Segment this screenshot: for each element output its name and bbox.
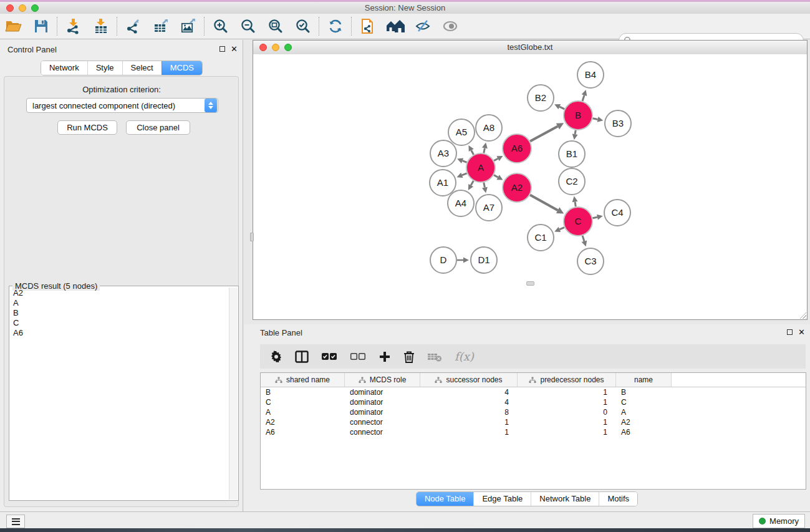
edge-A-A6[interactable] bbox=[494, 158, 498, 160]
close-network-window-button[interactable] bbox=[259, 44, 267, 51]
table-cell[interactable]: B bbox=[616, 388, 672, 397]
open-file-icon[interactable] bbox=[0, 16, 27, 37]
table-row[interactable]: Cdominator41C bbox=[261, 397, 806, 407]
table-row[interactable]: A6connector11A6 bbox=[261, 427, 806, 437]
node-table[interactable]: shared nameMCDS rolesuccessor nodesprede… bbox=[260, 372, 806, 490]
task-history-button[interactable] bbox=[6, 515, 25, 528]
table-cell[interactable]: dominator bbox=[345, 398, 420, 407]
refresh-layout-icon[interactable] bbox=[322, 16, 349, 37]
edge-A-A7[interactable] bbox=[484, 183, 485, 188]
network-graph[interactable]: B4B2BB3A8A5A6A3B1AC2A1A2A4A7C4CC1DD1C3 bbox=[253, 54, 807, 319]
graph-node-A7[interactable]: A7 bbox=[476, 195, 502, 221]
edge-B-B3[interactable] bbox=[593, 118, 598, 120]
result-list-scrollbar[interactable] bbox=[229, 288, 238, 500]
zoom-fit-icon[interactable] bbox=[262, 16, 289, 37]
zoom-in-icon[interactable] bbox=[207, 16, 234, 37]
edge-A-A3[interactable] bbox=[463, 161, 467, 163]
graph-node-B[interactable]: B bbox=[564, 101, 592, 130]
table-row[interactable]: Adominator80A bbox=[261, 407, 806, 417]
export-network-icon[interactable] bbox=[120, 16, 147, 37]
edge-B-B1[interactable] bbox=[575, 130, 576, 135]
table-row[interactable]: Bdominator41B bbox=[261, 387, 806, 397]
column-header-shared-name[interactable]: shared name bbox=[261, 373, 345, 387]
zoom-network-window-button[interactable] bbox=[284, 44, 292, 51]
graph-node-A8[interactable]: A8 bbox=[476, 115, 502, 141]
graph-node-B1[interactable]: B1 bbox=[559, 141, 585, 167]
mcds-result-list[interactable]: A2ABCA6 bbox=[10, 288, 229, 500]
graph-node-D1[interactable]: D1 bbox=[471, 247, 497, 273]
graph-node-A5[interactable]: A5 bbox=[448, 119, 475, 145]
network-canvas[interactable]: B4B2BB3A8A5A6A3B1AC2A1A2A4A7C4CC1DD1C3 bbox=[253, 54, 807, 319]
delete-table-icon[interactable] bbox=[427, 352, 442, 362]
tab-select[interactable]: Select bbox=[122, 61, 162, 75]
table-cell[interactable]: 1 bbox=[518, 418, 616, 427]
float-panel-icon[interactable] bbox=[787, 329, 793, 335]
table-row[interactable]: A2connector11A2 bbox=[261, 417, 806, 427]
table-cell[interactable]: 1 bbox=[420, 418, 518, 427]
graph-node-C2[interactable]: C2 bbox=[559, 168, 585, 195]
save-session-icon[interactable] bbox=[27, 16, 55, 37]
split-panel-icon[interactable] bbox=[295, 351, 309, 363]
edge-A-A8[interactable] bbox=[484, 148, 485, 153]
tab-style[interactable]: Style bbox=[87, 61, 122, 75]
table-cell[interactable]: C bbox=[616, 398, 672, 407]
graph-node-B3[interactable]: B3 bbox=[605, 110, 631, 137]
export-image-icon[interactable] bbox=[175, 16, 202, 37]
table-cell[interactable]: dominator bbox=[345, 408, 420, 417]
graph-node-C4[interactable]: C4 bbox=[604, 200, 630, 226]
float-panel-icon[interactable] bbox=[219, 46, 225, 52]
edge-A-A1[interactable] bbox=[462, 173, 467, 175]
table-cell[interactable]: 1 bbox=[518, 388, 616, 397]
table-cell[interactable]: 0 bbox=[518, 408, 616, 417]
hide-graphics-details-icon[interactable] bbox=[409, 16, 436, 37]
graph-node-C1[interactable]: C1 bbox=[528, 225, 554, 251]
table-cell[interactable]: connector bbox=[345, 428, 420, 437]
table-cell[interactable]: A bbox=[261, 408, 345, 417]
import-table-icon[interactable] bbox=[87, 16, 115, 37]
table-cell[interactable]: dominator bbox=[345, 388, 420, 397]
graph-node-A2[interactable]: A2 bbox=[503, 173, 531, 202]
tab-edge-table[interactable]: Edge Table bbox=[473, 492, 531, 506]
run-mcds-button[interactable]: Run MCDS bbox=[57, 120, 117, 135]
first-neighbors-icon[interactable] bbox=[382, 16, 409, 37]
graph-node-A[interactable]: A bbox=[466, 153, 495, 182]
column-header-predecessor-nodes[interactable]: predecessor nodes bbox=[518, 373, 616, 387]
result-list-item[interactable]: A bbox=[10, 298, 229, 308]
graph-node-C[interactable]: C bbox=[564, 207, 592, 236]
column-header-MCDS-role[interactable]: MCDS role bbox=[345, 373, 420, 387]
horizontal-splitter-handle[interactable] bbox=[526, 281, 534, 286]
edge-A-A2[interactable] bbox=[494, 175, 498, 178]
tab-network-table[interactable]: Network Table bbox=[531, 492, 599, 506]
column-header-name[interactable]: name bbox=[616, 373, 672, 387]
graph-node-B4[interactable]: B4 bbox=[577, 62, 604, 88]
result-list-item[interactable]: C bbox=[10, 318, 229, 328]
table-cell[interactable]: A2 bbox=[261, 418, 345, 427]
table-options-icon[interactable] bbox=[270, 351, 282, 363]
table-cell[interactable]: A2 bbox=[616, 418, 672, 427]
table-cell[interactable]: 1 bbox=[518, 398, 616, 407]
edge-C-C1[interactable] bbox=[559, 228, 564, 230]
graph-node-A4[interactable]: A4 bbox=[448, 190, 474, 216]
result-list-item[interactable]: B bbox=[10, 308, 229, 318]
result-list-item[interactable]: A6 bbox=[10, 328, 229, 338]
deselect-all-icon[interactable] bbox=[350, 352, 366, 361]
result-list-item[interactable]: A2 bbox=[10, 288, 229, 298]
vertical-splitter-handle[interactable] bbox=[250, 233, 254, 241]
zoom-window-button[interactable] bbox=[31, 4, 39, 12]
edge-A6-B[interactable] bbox=[530, 127, 557, 142]
memory-button[interactable]: Memory bbox=[753, 514, 805, 528]
delete-column-icon[interactable] bbox=[403, 351, 415, 363]
edge-A-A5[interactable] bbox=[471, 150, 474, 155]
tab-motifs[interactable]: Motifs bbox=[599, 492, 637, 506]
graph-node-A6[interactable]: A6 bbox=[503, 134, 531, 163]
zoom-selected-icon[interactable] bbox=[289, 16, 317, 37]
table-cell[interactable]: connector bbox=[345, 418, 420, 427]
add-column-icon[interactable] bbox=[378, 351, 391, 363]
edge-A-A4[interactable] bbox=[471, 181, 473, 185]
optimization-criterion-select[interactable]: largest connected component (directed) bbox=[26, 98, 218, 113]
edge-B-B4[interactable] bbox=[582, 95, 584, 101]
function-builder-icon[interactable]: f(x) bbox=[455, 350, 474, 363]
table-cell[interactable]: A bbox=[616, 408, 672, 417]
new-network-from-selection-icon[interactable] bbox=[354, 16, 382, 37]
minimize-window-button[interactable] bbox=[19, 4, 26, 12]
